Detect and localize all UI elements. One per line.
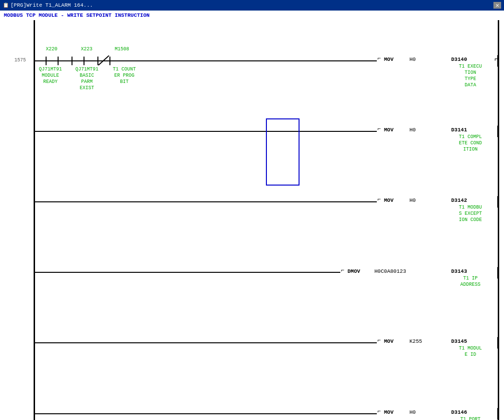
m1508-diagonal [97, 55, 110, 67]
mov5-value: H0 [409, 409, 416, 415]
mov4-value: K255 [409, 338, 422, 344]
window-title: [PRG]Write T1_ALARM 164... [11, 2, 93, 8]
mov1-label: MOV [384, 57, 394, 62]
mov2-left-bracket: ⌐ [377, 126, 381, 132]
d3145-label: T1 MODULE ID [451, 345, 490, 358]
rung-number: 1575 [14, 58, 26, 63]
mov3-dest: D3142 [451, 198, 467, 203]
mov5-bracket-right-v [497, 408, 498, 420]
x220-desc: QJ71MT91MODULEREADY [36, 66, 64, 85]
h-line-x223-through [72, 60, 84, 61]
h-line-rung6 [35, 413, 377, 414]
window-icon: 📋 [3, 2, 9, 8]
d3142-label: T1 MODBUS EXCEPTION CODE [451, 204, 490, 223]
h-line-rung1-d [110, 60, 377, 61]
m1508-desc: T1 COUNTER PROGBIT [108, 66, 141, 85]
mov2-dest: D3141 [451, 127, 467, 133]
mov5-left-bracket: ⌐ [377, 408, 381, 415]
mov1-bracket-right-v [497, 55, 498, 67]
mov3-left-bracket: ⌐ [377, 196, 381, 203]
mov1-left-bracket: ⌐ [377, 55, 381, 62]
h-line-rung1-a [35, 60, 46, 61]
mov1-right-bracket: ⌐ [494, 55, 499, 64]
mov1-value: H0 [409, 57, 416, 62]
dmov1-left-bracket: ⌐ [341, 267, 344, 274]
x220-address: X220 [41, 47, 62, 52]
svg-line-0 [98, 56, 109, 65]
h-line-rung5 [35, 342, 377, 343]
left-rail [34, 20, 35, 420]
x223-desc: QJ71MT91BASICPARMEXIST [73, 66, 101, 91]
mov3-bracket-right-v [497, 196, 498, 208]
mov4-bracket-right-v [497, 337, 498, 349]
m1508-address: M1508 [109, 47, 134, 52]
dmov1-dest: D3143 [451, 268, 467, 274]
title-bar: 📋 [PRG]Write T1_ALARM 164... ✕ [0, 0, 504, 11]
right-rail [498, 20, 499, 420]
mov4-left-bracket: ⌐ [377, 337, 381, 344]
mov2-label: MOV [384, 127, 394, 133]
mov2-bracket-right-v [497, 126, 498, 137]
dmov1-bracket-right-v [497, 267, 498, 279]
h-line-rung1-c [84, 60, 97, 61]
mov4-dest: D3145 [451, 338, 467, 344]
h-line-rung3 [35, 201, 377, 202]
dmov1-label: DMOV [348, 268, 360, 274]
diagram-area: 1575 ⌐ MOV H0 D3140 ⌐ X220 X223 M1508 QJ… [0, 20, 504, 420]
mov2-value: H0 [409, 127, 416, 133]
header-label: MODBUS TCP MODULE - WRITE SETPOINT INSTR… [0, 11, 504, 20]
d3141-label: T1 COMPLETE CONDITION [451, 134, 490, 152]
h-line-rung1-b [58, 60, 72, 61]
close-button[interactable]: ✕ [493, 2, 501, 9]
d3146-label: T1 PORTNO. [451, 416, 490, 420]
selection-box [266, 118, 300, 186]
x223-address: X223 [76, 47, 97, 52]
dmov1-value: H0C0A80123 [374, 268, 406, 274]
h-line-x220-through [46, 60, 58, 61]
mov5-dest: D3146 [451, 409, 467, 415]
mov1-dest: D3140 [451, 57, 467, 62]
mov3-value: H0 [409, 198, 416, 203]
h-line-rung2 [35, 131, 377, 132]
d3140-label: T1 EXECUTIONTYPEDATA [451, 63, 490, 88]
d3143-label: T1 IPADDRESS [451, 275, 490, 288]
mov5-label: MOV [384, 409, 394, 415]
mov4-label: MOV [384, 338, 394, 344]
mov3-label: MOV [384, 198, 394, 203]
h-line-rung4 [35, 272, 340, 273]
